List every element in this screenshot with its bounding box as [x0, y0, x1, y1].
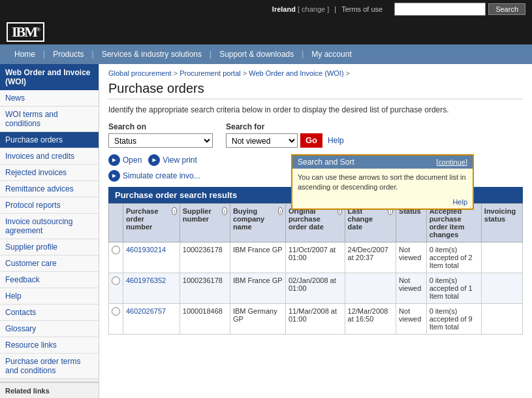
search-on-field: Search on Status — [108, 122, 213, 148]
row-status: Not viewed — [396, 303, 427, 334]
search-on-select[interactable]: Status — [108, 133, 213, 148]
row-orig-date: 11/Oct/2007 at 01:00 — [286, 242, 345, 273]
search-section: Search on Status Search for Not viewed G… — [108, 122, 523, 148]
main-layout: Web Order and Invoice (WOI) News WOI ter… — [0, 64, 532, 398]
main-content: Global procurement > Procurement portal … — [99, 64, 532, 398]
tooltip-help-area: Help — [292, 197, 473, 208]
nav-account[interactable]: My account — [304, 44, 359, 64]
th-supplier-number: Supplier number ↕ — [180, 203, 230, 242]
row-accepted-changes: 0 item(s) accepted of 2 Item total — [426, 242, 481, 273]
sidebar-item-rejected-invoices[interactable]: Rejected invoices — [0, 165, 99, 181]
row-radio-cell[interactable] — [109, 242, 123, 273]
top-search-button[interactable]: Search — [488, 3, 525, 15]
sidebar-section-title: Web Order and Invoice (WOI) — [0, 64, 99, 90]
sidebar-item-woi-terms[interactable]: WOI terms and conditions — [0, 107, 99, 132]
search-for-field: Search for Not viewed Go Help — [226, 122, 344, 148]
breadcrumb-global[interactable]: Global procurement — [108, 69, 172, 77]
row-company: IBM France GP — [230, 273, 285, 303]
row-radio-cell[interactable] — [109, 273, 123, 303]
top-bar: Ireland [ change ] | Terms of use Search — [0, 0, 532, 18]
search-on-label: Search on — [108, 122, 213, 131]
view-print-arrow-icon: ► — [148, 154, 160, 166]
row-supplier-number: 1000236178 — [180, 273, 230, 303]
nav-support[interactable]: Support & downloads — [211, 44, 302, 64]
table-row: 4601976352 1000236178 IBM France GP 02/J… — [109, 273, 523, 303]
th-invoicing-status: Invoicing status — [481, 203, 522, 242]
row-radio-cell[interactable] — [109, 303, 123, 334]
nav-home[interactable]: Home — [7, 44, 43, 64]
tooltip-header: Search and Sort [continue] — [292, 156, 473, 169]
open-arrow-icon: ► — [108, 154, 120, 166]
search-for-label: Search for — [226, 122, 344, 131]
row-accepted-changes: 0 item(s) accepted of 1 Item total — [426, 273, 481, 303]
row-company: IBM France GP — [230, 242, 285, 273]
sidebar-item-news[interactable]: News — [0, 90, 99, 107]
row-radio-0[interactable] — [112, 246, 120, 254]
row-last-change: 12/Mar/2008 at 16:50 — [345, 303, 396, 334]
sort-supplier-btn[interactable]: ↕ — [222, 207, 227, 215]
sidebar-item-invoices[interactable]: Invoices and credits — [0, 148, 99, 165]
sidebar-item-glossary[interactable]: Glossary — [0, 321, 99, 337]
breadcrumb: Global procurement > Procurement portal … — [108, 69, 523, 77]
tooltip-continue-link[interactable]: [continue] — [436, 158, 467, 166]
logo-bar: IBM® — [0, 18, 532, 44]
row-status: Not viewed — [396, 242, 427, 273]
top-divider: | — [334, 5, 336, 13]
nav-products[interactable]: Products — [45, 44, 91, 64]
row-orig-date: 02/Jan/2008 at 01:00 — [286, 273, 345, 303]
breadcrumb-procurement[interactable]: Procurement portal — [180, 69, 241, 77]
go-button[interactable]: Go — [300, 133, 322, 148]
sidebar-related-title: Related links — [0, 382, 99, 396]
description-text: Identify the appropriate search criteria… — [108, 105, 523, 116]
action-row: ► Open ► View print Search and Sort [con… — [108, 154, 523, 166]
sidebar-item-customer-care[interactable]: Customer care — [0, 256, 99, 272]
sort-po-number-btn[interactable]: ↕ — [172, 207, 176, 215]
search-help-link[interactable]: Help — [328, 136, 344, 145]
country-label: Ireland [ change ] — [272, 5, 329, 13]
row-radio-1[interactable] — [112, 276, 120, 285]
th-select — [109, 203, 123, 242]
breadcrumb-woi[interactable]: Web Order and Invoice (WOI) — [249, 69, 343, 77]
sidebar-item-feedback[interactable]: Feedback — [0, 272, 99, 288]
page-title: Purchase orders — [108, 81, 523, 99]
nav-bar: Home | Products | Services & industry so… — [0, 44, 532, 64]
sidebar-item-supplier-profile[interactable]: Supplier profile — [0, 239, 99, 256]
tooltip-body: You can use these arrows to sort the doc… — [292, 169, 473, 197]
sidebar-item-help[interactable]: Help — [0, 288, 99, 305]
sidebar-item-purchase-orders[interactable]: Purchase orders — [0, 132, 99, 148]
open-button[interactable]: ► Open — [108, 154, 142, 166]
row-status: Not viewed — [396, 273, 427, 303]
row-po-number: 4601976352 — [123, 273, 180, 303]
nav-services[interactable]: Services & industry solutions — [94, 44, 210, 64]
table-row: 4602026757 1000018468 IBM Germany GP 11/… — [109, 303, 523, 334]
sidebar-item-invoice-outsourcing[interactable]: Invoice outsourcing agreement — [0, 214, 99, 239]
top-search-input[interactable] — [394, 3, 486, 16]
row-supplier-number: 1000018468 — [180, 303, 230, 334]
row-last-change: 24/Dec/2007 at 20:37 — [345, 242, 396, 273]
row-orig-date: 11/Mar/2008 at 01:00 — [286, 303, 345, 334]
search-for-select[interactable]: Not viewed — [226, 133, 298, 148]
simulate-arrow-icon: ► — [108, 170, 120, 182]
terms-of-use-link[interactable]: Terms of use — [341, 5, 383, 13]
results-table: Purchase order number ↕ Supplier number … — [108, 203, 523, 335]
table-row: 4601930214 1000236178 IBM France GP 11/O… — [109, 242, 523, 273]
sidebar-item-resource-links[interactable]: Resource links — [0, 337, 99, 354]
sidebar-item-po-terms[interactable]: Purchase order terms and conditions — [0, 354, 99, 379]
row-last-change — [345, 273, 396, 303]
sort-company-btn[interactable]: ↕ — [278, 207, 283, 215]
row-po-number: 4601930214 — [123, 242, 180, 273]
row-invoicing-status — [481, 303, 522, 334]
sidebar: Web Order and Invoice (WOI) News WOI ter… — [0, 64, 99, 398]
sidebar-item-protocol[interactable]: Protocol reports — [0, 197, 99, 214]
simulate-button[interactable]: ► Simulate create invo... — [108, 170, 200, 182]
row-po-number: 4602026757 — [123, 303, 180, 334]
view-print-button[interactable]: ► View print — [148, 154, 196, 166]
sidebar-item-remittance[interactable]: Remittance advices — [0, 181, 99, 197]
th-po-number: Purchase order number ↕ — [123, 203, 180, 242]
row-radio-2[interactable] — [112, 307, 120, 316]
row-invoicing-status — [481, 273, 522, 303]
sidebar-item-contacts[interactable]: Contacts — [0, 305, 99, 321]
tooltip-help-link[interactable]: Help — [452, 198, 467, 206]
ibm-logo: IBM® — [7, 22, 44, 42]
row-accepted-changes: 0 item(s) accepted of 9 Item total — [426, 303, 481, 334]
